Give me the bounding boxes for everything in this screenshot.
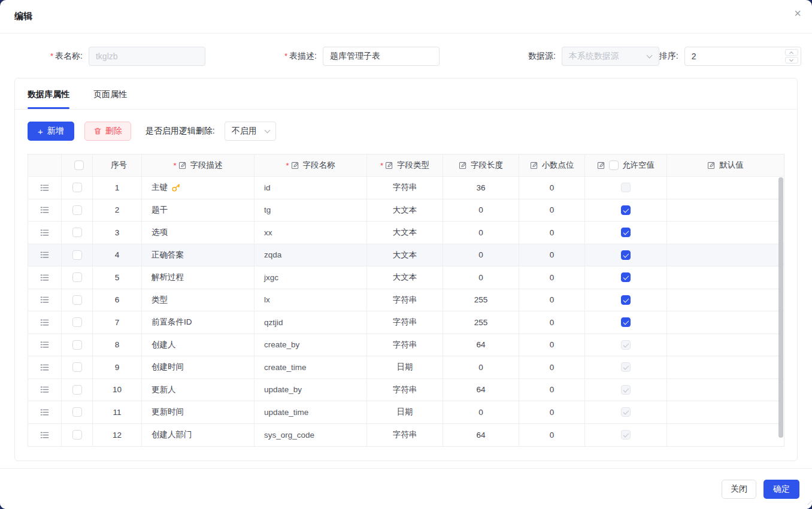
cell-default-value[interactable] [667, 356, 784, 379]
sort-number-input[interactable]: 2 [684, 47, 801, 66]
drag-handle-icon[interactable] [40, 250, 49, 259]
cell-field-type[interactable]: 字符串 [367, 311, 443, 334]
drag-handle-icon[interactable] [40, 340, 49, 349]
cell-default-value[interactable] [667, 244, 784, 267]
cell-field-length[interactable]: 0 [443, 266, 519, 289]
cell-field-type[interactable]: 大文本 [367, 244, 443, 267]
row-checkbox[interactable] [72, 407, 82, 417]
cell-field-desc[interactable]: 创建时间 [142, 356, 254, 379]
allow-null-checkbox[interactable] [621, 250, 631, 260]
cell-default-value[interactable] [667, 289, 784, 312]
close-icon[interactable]: × [794, 7, 801, 19]
cell-decimal-places[interactable]: 0 [519, 424, 585, 447]
cell-field-length[interactable]: 255 [443, 289, 519, 312]
cell-field-type[interactable]: 字符串 [367, 334, 443, 357]
allow-null-checkbox[interactable] [621, 272, 631, 282]
cell-field-length[interactable]: 64 [443, 379, 519, 402]
cell-default-value[interactable] [667, 177, 784, 199]
row-checkbox[interactable] [72, 317, 82, 327]
drag-handle-icon[interactable] [40, 363, 49, 372]
cell-default-value[interactable] [667, 222, 784, 244]
tab-page-properties[interactable]: 页面属性 [93, 89, 127, 109]
drag-handle-icon[interactable] [40, 183, 49, 192]
cell-decimal-places[interactable]: 0 [519, 356, 585, 379]
drag-handle-icon[interactable] [40, 408, 49, 417]
cell-default-value[interactable] [667, 266, 784, 289]
cell-decimal-places[interactable]: 0 [519, 379, 585, 402]
cell-field-desc[interactable]: 创建人 [142, 334, 254, 357]
row-checkbox[interactable] [72, 430, 82, 440]
cell-decimal-places[interactable]: 0 [519, 222, 585, 244]
cell-default-value[interactable] [667, 334, 784, 357]
cell-default-value[interactable] [667, 424, 784, 447]
cell-field-length[interactable]: 0 [443, 401, 519, 424]
ok-button[interactable]: 确定 [763, 480, 799, 499]
allow-null-checkbox[interactable] [621, 317, 631, 327]
delete-button[interactable]: 删除 [84, 122, 131, 141]
row-checkbox[interactable] [72, 385, 82, 395]
cell-field-type[interactable]: 字符串 [367, 177, 443, 199]
cell-field-name[interactable]: update_time [254, 401, 367, 424]
drag-handle-icon[interactable] [40, 273, 49, 282]
cell-decimal-places[interactable]: 0 [519, 199, 585, 222]
cell-field-type[interactable]: 日期 [367, 401, 443, 424]
cell-field-type[interactable]: 字符串 [367, 289, 443, 312]
row-checkbox[interactable] [72, 228, 82, 237]
row-checkbox[interactable] [72, 250, 82, 260]
cell-decimal-places[interactable]: 0 [519, 266, 585, 289]
cell-decimal-places[interactable]: 0 [519, 401, 585, 424]
table-desc-input[interactable]: 题库管理子表 [323, 47, 440, 66]
allow-null-checkbox[interactable] [621, 295, 631, 305]
cell-field-type[interactable]: 字符串 [367, 424, 443, 447]
cell-decimal-places[interactable]: 0 [519, 311, 585, 334]
cell-field-name[interactable]: qztjid [254, 311, 367, 334]
add-button[interactable]: + 新增 [28, 122, 74, 141]
row-checkbox[interactable] [72, 183, 82, 192]
row-checkbox[interactable] [72, 362, 82, 372]
cell-field-length[interactable]: 64 [443, 424, 519, 447]
allow-null-checkbox[interactable] [621, 205, 631, 215]
cell-field-name[interactable]: id [254, 177, 367, 199]
cell-field-desc[interactable]: 题干 [142, 199, 254, 222]
cell-field-length[interactable]: 64 [443, 334, 519, 357]
cell-field-name[interactable]: jxgc [254, 266, 367, 289]
close-button[interactable]: 关闭 [722, 480, 756, 499]
drag-handle-icon[interactable] [40, 318, 49, 327]
scrollbar-thumb[interactable] [778, 177, 783, 438]
row-checkbox[interactable] [72, 205, 82, 215]
cell-field-length[interactable]: 0 [443, 199, 519, 222]
cell-decimal-places[interactable]: 0 [519, 334, 585, 357]
cell-field-name[interactable]: xx [254, 222, 367, 244]
cell-decimal-places[interactable]: 0 [519, 177, 585, 199]
cell-field-length[interactable]: 36 [443, 177, 519, 199]
cell-field-length[interactable]: 0 [443, 356, 519, 379]
cell-default-value[interactable] [667, 199, 784, 222]
row-checkbox[interactable] [72, 340, 82, 350]
drag-handle-icon[interactable] [40, 205, 49, 214]
cell-field-length[interactable]: 255 [443, 311, 519, 334]
nullable-all-checkbox[interactable] [609, 160, 619, 170]
cell-decimal-places[interactable]: 0 [519, 244, 585, 267]
cell-field-name[interactable]: lx [254, 289, 367, 312]
cell-field-desc[interactable]: 更新时间 [142, 401, 254, 424]
drag-handle-icon[interactable] [40, 228, 49, 237]
cell-field-length[interactable]: 0 [443, 222, 519, 244]
select-all-checkbox[interactable] [74, 160, 84, 170]
cell-field-name[interactable]: tg [254, 199, 367, 222]
allow-null-checkbox[interactable] [621, 228, 631, 237]
cell-field-length[interactable]: 0 [443, 244, 519, 267]
cell-field-desc[interactable]: 正确答案 [142, 244, 254, 267]
cell-default-value[interactable] [667, 401, 784, 424]
cell-field-type[interactable]: 字符串 [367, 379, 443, 402]
row-checkbox[interactable] [72, 272, 82, 282]
cell-field-desc[interactable]: 类型 [142, 289, 254, 312]
cell-field-name[interactable]: create_time [254, 356, 367, 379]
cell-field-desc[interactable]: 更新人 [142, 379, 254, 402]
cell-field-name[interactable]: zqda [254, 244, 367, 267]
drag-handle-icon[interactable] [40, 385, 49, 394]
cell-default-value[interactable] [667, 379, 784, 402]
spin-down-button[interactable] [785, 57, 798, 63]
row-checkbox[interactable] [72, 295, 82, 305]
cell-field-type[interactable]: 日期 [367, 356, 443, 379]
cell-field-name[interactable]: update_by [254, 379, 367, 402]
